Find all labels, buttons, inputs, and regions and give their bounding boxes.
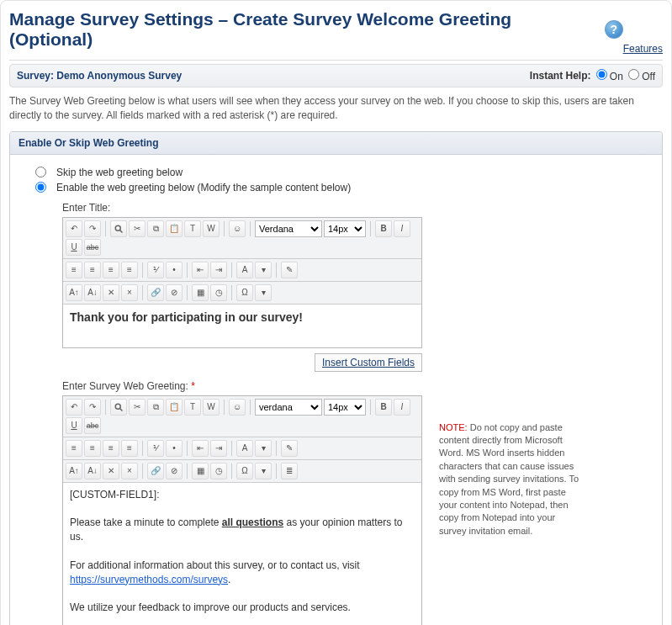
instant-help-on-radio[interactable] — [596, 69, 607, 80]
symbol-icon[interactable]: Ω — [236, 284, 253, 301]
align-right-icon[interactable]: ≡ — [103, 440, 119, 457]
features-link[interactable]: Features — [623, 43, 663, 55]
align-justify-icon[interactable]: ≡ — [121, 440, 138, 457]
underline-icon[interactable]: U — [66, 239, 82, 256]
font-color-icon[interactable]: A — [236, 440, 253, 457]
title-editor-toolbar-row1: ↶ ↷ ✂ ⧉ 📋 T W ☺ Verdana 14px B I — [63, 218, 421, 259]
outdent-icon[interactable]: ⇤ — [192, 440, 209, 457]
find-icon[interactable] — [110, 220, 127, 237]
align-right-icon[interactable]: ≡ — [103, 262, 119, 278]
paste-word-icon[interactable]: W — [203, 220, 220, 237]
symbol-dropdown-icon[interactable]: ▾ — [255, 463, 272, 479]
clear-format-icon[interactable]: × — [121, 284, 138, 301]
align-center-icon[interactable]: ≡ — [84, 440, 101, 457]
align-left-icon[interactable]: ≡ — [66, 440, 82, 457]
emoji-icon[interactable]: ☺ — [229, 220, 246, 237]
greeting-line3: We utilize your feedback to improve our … — [70, 601, 415, 615]
symbol-icon[interactable]: Ω — [236, 463, 253, 479]
superscript-icon[interactable]: A↑ — [66, 284, 82, 301]
page-title-text: Manage Survey Settings – Create Survey W… — [9, 9, 598, 50]
indent-icon[interactable]: ⇥ — [210, 440, 227, 457]
svg-point-0 — [115, 225, 120, 230]
insert-custom-fields-title-link[interactable]: Insert Custom Fields — [315, 353, 422, 372]
cut-icon[interactable]: ✂ — [129, 220, 146, 237]
table-icon[interactable]: ▦ — [192, 463, 209, 479]
strikethrough-icon[interactable]: abc — [84, 417, 101, 434]
undo-icon[interactable]: ↶ — [66, 220, 82, 237]
instant-help-on-option[interactable]: On — [596, 69, 623, 82]
title-content-text: Thank you for participating in our surve… — [70, 310, 415, 326]
bullet-list-icon[interactable]: • — [166, 262, 183, 278]
section-heading: Enable Or Skip Web Greeting — [10, 132, 662, 155]
help-icon[interactable]: ? — [605, 20, 623, 39]
bullet-list-icon[interactable]: • — [166, 440, 183, 457]
unlink-icon[interactable]: ⊘ — [166, 284, 183, 301]
paste-text-icon[interactable]: T — [184, 220, 201, 237]
instant-help-off-radio[interactable] — [628, 69, 639, 80]
clear-format-icon[interactable]: × — [121, 463, 138, 479]
numbered-list-icon[interactable]: ⅟ — [147, 440, 164, 457]
page-title: Manage Survey Settings – Create Survey W… — [9, 9, 623, 55]
skip-greeting-radio[interactable] — [35, 167, 46, 177]
italic-icon[interactable]: I — [394, 399, 410, 416]
enable-greeting-radio[interactable] — [35, 182, 46, 193]
bold-icon[interactable]: B — [375, 220, 392, 237]
remove-format-icon[interactable]: ✕ — [103, 463, 119, 479]
link-icon[interactable]: 🔗 — [147, 284, 164, 301]
copy-icon[interactable]: ⧉ — [147, 399, 164, 416]
align-left-icon[interactable]: ≡ — [66, 262, 82, 278]
table-icon[interactable]: ▦ — [192, 284, 209, 301]
symbol-dropdown-icon[interactable]: ▾ — [255, 284, 272, 301]
cut-icon[interactable]: ✂ — [129, 399, 146, 416]
find-icon[interactable] — [110, 399, 127, 416]
bold-icon[interactable]: B — [375, 399, 392, 416]
numbered-list-icon[interactable]: ⅟ — [147, 262, 164, 278]
note-label: NOTE: — [439, 422, 468, 432]
required-asterisk: * — [191, 380, 195, 392]
title-editor-content[interactable]: Thank you for participating in our surve… — [63, 305, 421, 347]
subscript-icon[interactable]: A↓ — [84, 284, 101, 301]
hr-icon[interactable]: ≣ — [281, 463, 298, 479]
subscript-icon[interactable]: A↓ — [84, 463, 101, 479]
redo-icon[interactable]: ↷ — [84, 220, 101, 237]
greeting-editor-content[interactable]: [CUSTOM-FIELD1]: Please take a minute to… — [63, 483, 421, 625]
font-size-select[interactable]: 14px — [324, 220, 366, 237]
greeting-editor: ↶ ↷ ✂ ⧉ 📋 T W ☺ verdana — [62, 395, 422, 625]
paste-word-icon[interactable]: W — [203, 399, 220, 416]
indent-icon[interactable]: ⇥ — [210, 262, 227, 278]
redo-icon[interactable]: ↷ — [84, 399, 101, 416]
unlink-icon[interactable]: ⊘ — [166, 463, 183, 479]
align-justify-icon[interactable]: ≡ — [121, 262, 138, 278]
note-column: NOTE: Do not copy and paste content dire… — [439, 395, 582, 538]
greeting-editor-toolbar-row2: ≡ ≡ ≡ ≡ ⅟ • ⇤ ⇥ A ▾ — [63, 437, 421, 460]
date-icon[interactable]: ◷ — [210, 463, 227, 479]
skip-greeting-label: Skip the web greeting below — [56, 167, 183, 178]
strikethrough-icon[interactable]: abc — [84, 239, 101, 256]
font-color-icon[interactable]: A — [236, 262, 253, 278]
greeting-link[interactable]: https://surveymethods.com/surveys — [70, 574, 228, 585]
emoji-icon[interactable]: ☺ — [229, 399, 246, 416]
font-name-select[interactable]: Verdana — [255, 220, 322, 237]
paste-text-icon[interactable]: T — [184, 399, 201, 416]
undo-icon[interactable]: ↶ — [66, 399, 82, 416]
format-paint-icon[interactable]: ✎ — [281, 440, 298, 457]
bg-color-icon[interactable]: ▾ — [255, 440, 272, 457]
link-icon[interactable]: 🔗 — [147, 463, 164, 479]
align-center-icon[interactable]: ≡ — [84, 262, 101, 278]
copy-icon[interactable]: ⧉ — [147, 220, 164, 237]
italic-icon[interactable]: I — [394, 220, 410, 237]
outdent-icon[interactable]: ⇤ — [192, 262, 209, 278]
format-paint-icon[interactable]: ✎ — [281, 262, 298, 278]
instant-help-off-option[interactable]: Off — [628, 69, 655, 82]
underline-icon[interactable]: U — [66, 417, 82, 434]
bg-color-icon[interactable]: ▾ — [255, 262, 272, 278]
paste-icon[interactable]: 📋 — [166, 399, 183, 416]
title-editor-toolbar-row3: A↑ A↓ ✕ × 🔗 ⊘ ▦ ◷ Ω ▾ — [63, 282, 421, 305]
font-size-select[interactable]: 14px — [324, 399, 366, 416]
svg-line-3 — [120, 408, 123, 410]
date-icon[interactable]: ◷ — [210, 284, 227, 301]
remove-format-icon[interactable]: ✕ — [103, 284, 119, 301]
paste-icon[interactable]: 📋 — [166, 220, 183, 237]
font-name-select[interactable]: verdana — [255, 399, 322, 416]
superscript-icon[interactable]: A↑ — [66, 463, 82, 479]
